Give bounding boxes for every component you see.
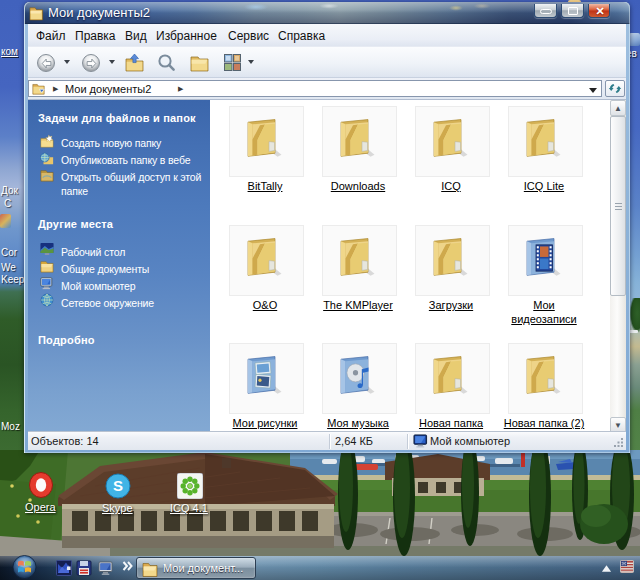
svg-text:S: S xyxy=(113,477,123,494)
